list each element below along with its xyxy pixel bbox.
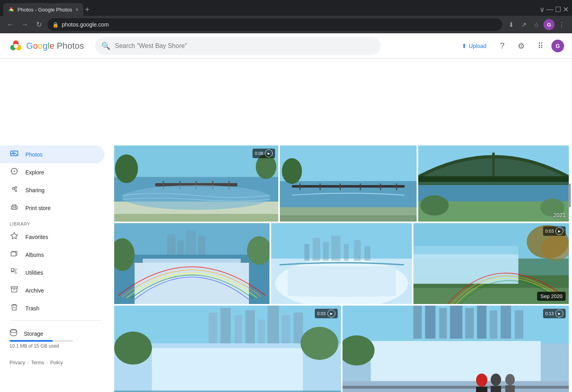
svg-point-56 (420, 195, 449, 216)
svg-rect-94 (282, 315, 290, 343)
svg-rect-114 (476, 387, 487, 392)
lock-icon: 🔒 (52, 22, 59, 28)
sidebar-item-trash[interactable]: Trash (0, 299, 105, 317)
svg-rect-91 (245, 310, 255, 343)
svg-rect-116 (490, 386, 501, 392)
sidebar-item-archive[interactable]: Archive (0, 281, 105, 299)
storage-text: 10.1 MB of 15 GB used (10, 343, 101, 349)
settings-button[interactable]: ⚙ (513, 38, 529, 54)
svg-rect-110 (515, 310, 523, 338)
search-input-wrap[interactable]: 🔍 (95, 37, 381, 55)
app-header: Google Photos 🔍 ⬆ Upload ? ⚙ ⠿ G (0, 33, 572, 59)
minimize-button[interactable]: — (546, 5, 553, 14)
svg-line-16 (14, 189, 15, 190)
photo-cell[interactable] (271, 223, 412, 304)
play-button-4: ▶ (555, 310, 563, 317)
bookmark-button[interactable]: ☆ (531, 19, 542, 30)
photo-cell[interactable]: 0:03 ▶ (114, 306, 341, 392)
svg-rect-42 (280, 215, 417, 222)
terms-link[interactable]: Terms (31, 360, 44, 365)
share-button[interactable]: ↗ (518, 19, 529, 30)
storage-label: Storage (24, 331, 43, 337)
user-avatar[interactable]: G (551, 40, 564, 52)
more-menu-button[interactable]: ⋮ (556, 19, 567, 30)
forward-button[interactable]: → (19, 19, 30, 30)
photo-cell[interactable]: 2021 (418, 145, 569, 222)
svg-rect-61 (143, 259, 241, 271)
logo-icon (8, 38, 24, 54)
svg-point-50 (282, 158, 302, 184)
svg-rect-74 (331, 236, 340, 261)
tab-dropdown-icon[interactable]: ∨ (539, 5, 545, 14)
url-text: photos.google.com (62, 21, 497, 28)
apps-button[interactable]: ⠿ (532, 38, 548, 54)
svg-rect-73 (323, 242, 329, 261)
photo-cell[interactable]: 0:03 ▶ Sep 2020 (413, 223, 569, 304)
back-icon: ← (7, 21, 14, 29)
back-button[interactable]: ← (5, 19, 16, 30)
svg-point-14 (15, 190, 17, 191)
storage-section: Storage 10.1 MB of 15 GB used (0, 324, 111, 354)
sidebar-item-albums[interactable]: Albums (0, 246, 105, 264)
sidebar-item-sharing[interactable]: Sharing (0, 181, 105, 199)
main-content: 0:08 ▶ (111, 142, 572, 392)
tab-favicon (8, 6, 14, 13)
photo-row-3: 0:03 ▶ (114, 306, 569, 392)
utilities-icon (10, 268, 19, 277)
svg-rect-82 (413, 254, 518, 284)
storage-bar-fill (10, 340, 53, 342)
photo-cell[interactable] (280, 145, 417, 222)
search-bar: 🔍 (95, 37, 381, 55)
svg-rect-66 (186, 230, 196, 255)
svg-point-25 (10, 330, 17, 333)
svg-point-96 (114, 331, 152, 364)
download-page-button[interactable]: ⬇ (505, 19, 517, 30)
download-icon: ⬇ (509, 21, 514, 29)
reload-button[interactable]: ↻ (33, 19, 44, 30)
reload-icon: ↻ (36, 20, 42, 29)
privacy-link[interactable]: Privacy (10, 360, 25, 365)
search-input[interactable] (115, 42, 374, 50)
restore-button[interactable]: ☐ (555, 5, 561, 14)
library-section-label: LIBRARY (0, 217, 111, 228)
new-tab-button[interactable]: + (85, 5, 90, 14)
photo-cell[interactable]: 0:08 ▶ (114, 145, 278, 222)
address-bar[interactable]: 🔒 photos.google.com (48, 18, 502, 31)
active-tab[interactable]: Photos - Google Photos × (3, 3, 83, 16)
search-icon: 🔍 (101, 42, 110, 50)
scroll-handle[interactable] (568, 184, 571, 207)
nav-bar: ← → ↻ 🔒 photos.google.com ⬇ ↗ ☆ G ⋮ (0, 16, 572, 33)
close-window-button[interactable]: ✕ (563, 5, 569, 14)
tab-close-button[interactable]: × (75, 6, 78, 13)
sidebar-item-print-store[interactable]: Print store (0, 199, 105, 217)
svg-point-37 (115, 154, 138, 183)
sidebar-item-explore[interactable]: Explore (0, 163, 105, 181)
forward-icon: → (21, 21, 28, 29)
svg-point-13 (15, 187, 17, 188)
browser-profile-badge[interactable]: G (543, 19, 555, 30)
year-label-2021: 2021 (553, 212, 566, 218)
upload-button[interactable]: ⬆ Upload (457, 40, 491, 52)
svg-rect-67 (198, 236, 205, 254)
policy-link[interactable]: Policy (50, 360, 63, 365)
sidebar-item-favorites[interactable]: Favorites (0, 228, 105, 246)
svg-rect-92 (258, 320, 265, 344)
tab-bar: Photos - Google Photos × + ∨ — ☐ ✕ (0, 0, 572, 16)
svg-point-12 (12, 187, 14, 189)
video-badge-2: 0:03 ▶ (543, 226, 566, 236)
apps-icon: ⠿ (538, 41, 543, 51)
photo-cell[interactable] (114, 223, 270, 304)
video-badge-4: 0:13 ▶ (543, 309, 566, 318)
sidebar-item-utilities[interactable]: Utilities (0, 264, 105, 281)
scroll-indicator[interactable] (567, 142, 572, 392)
sidebar-item-photos[interactable]: Photos (0, 145, 105, 163)
svg-point-3 (10, 9, 12, 10)
svg-rect-43 (292, 185, 405, 187)
photo-cell[interactable]: 0:13 ▶ 2020 (342, 306, 569, 392)
svg-point-19 (15, 207, 16, 208)
svg-rect-64 (167, 234, 176, 255)
svg-point-115 (490, 373, 501, 386)
svg-rect-21 (11, 269, 14, 272)
help-button[interactable]: ? (494, 38, 510, 54)
photos-icon (10, 149, 19, 159)
